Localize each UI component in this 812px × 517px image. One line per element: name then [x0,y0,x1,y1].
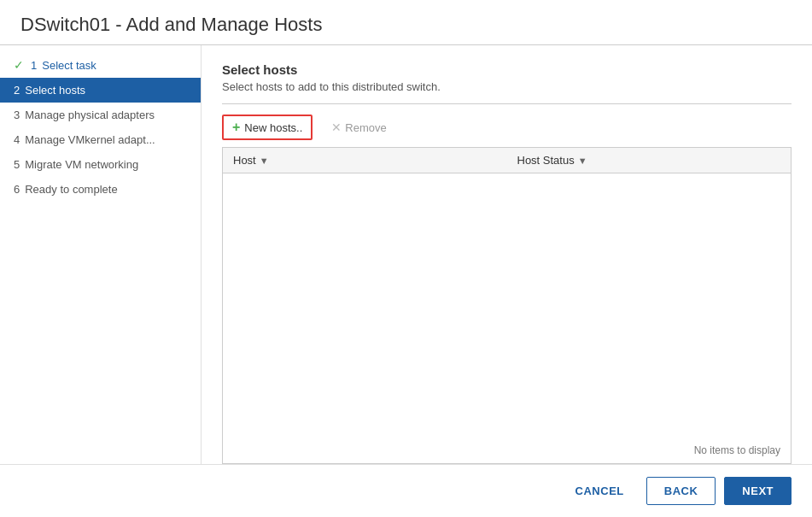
remove-button[interactable]: ✕ Remove [323,117,394,138]
section-title: Select hosts [222,62,792,77]
checkmark-icon: ✓ [14,58,24,72]
filter-icon-host-status[interactable]: ▼ [578,156,587,166]
toolbar: + New hosts.. ✕ Remove [222,115,792,140]
column-host-status: Host Status ▼ [507,148,792,173]
step-number: 4 [14,133,20,146]
section-divider [222,103,792,104]
sidebar-item-ready-to-complete[interactable]: 6 Ready to complete [0,177,201,202]
new-hosts-label: New hosts.. [244,121,302,134]
step-number: 2 [14,84,20,97]
sidebar-item-label: 1 [31,59,37,72]
no-items-message: No items to display [694,444,780,456]
sidebar-item-select-hosts[interactable]: 2 Select hosts [0,78,201,103]
step-number: 3 [14,109,20,121]
sidebar-item-label: Select hosts [25,84,85,97]
new-hosts-button[interactable]: + New hosts.. [222,115,313,140]
x-icon: ✕ [331,120,342,134]
sidebar-item-label: Manage VMkernel adapt... [25,133,155,146]
next-button[interactable]: NEXT [724,477,792,505]
sidebar-item-manage-physical-adapters[interactable]: 3 Manage physical adapters [0,103,201,127]
page-header: DSwitch01 - Add and Manage Hosts [0,0,812,45]
column-host-status-label: Host Status [517,154,575,167]
sidebar-item-label: Manage physical adapters [25,109,155,121]
hosts-table: Host ▼ Host Status ▼ No items to display [222,147,792,464]
table-header: Host ▼ Host Status ▼ [223,148,791,173]
sidebar-item-select-task[interactable]: ✓ 1 Select task [0,52,201,78]
cancel-button[interactable]: CANCEL [562,478,638,504]
back-button[interactable]: BACK [646,477,716,505]
sidebar-item-label: Migrate VM networking [25,158,138,171]
main-content: Select hosts Select hosts to add to this… [202,45,812,464]
step-number: 5 [14,158,20,171]
footer: CANCEL BACK NEXT [0,464,812,517]
plus-icon: + [232,120,240,135]
page-title: DSwitch01 - Add and Manage Hosts [20,14,792,36]
column-host-label: Host [233,154,256,167]
sidebar-item-migrate-vm-networking[interactable]: 5 Migrate VM networking [0,152,201,177]
column-host: Host ▼ [223,148,507,173]
sidebar: ✓ 1 Select task 2 Select hosts 3 Manage … [0,45,202,464]
sidebar-item-label: Ready to complete [25,183,117,196]
page-container: DSwitch01 - Add and Manage Hosts ✓ 1 Sel… [0,0,812,517]
sidebar-item-text: Select task [42,59,96,72]
page-body: ✓ 1 Select task 2 Select hosts 3 Manage … [0,45,812,464]
table-body: No items to display [223,173,791,463]
filter-icon-host[interactable]: ▼ [260,156,269,166]
remove-label: Remove [345,121,386,134]
sidebar-item-manage-vmkernel-adapters[interactable]: 4 Manage VMkernel adapt... [0,127,201,152]
section-subtitle: Select hosts to add to this distributed … [222,80,792,93]
step-number: 6 [14,183,20,196]
